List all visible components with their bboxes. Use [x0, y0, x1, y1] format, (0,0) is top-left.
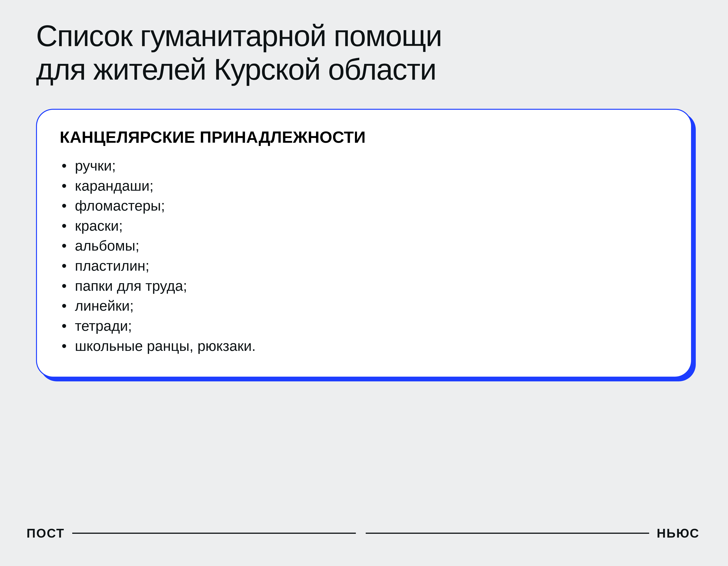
card-wrapper: КАНЦЕЛЯРСКИЕ ПРИНАДЛЕЖНОСТИ ручки; каран…	[36, 109, 692, 378]
footer-brand-left: ПОСТ	[27, 526, 65, 540]
list-item: карандаши;	[75, 176, 668, 196]
list-item: школьные ранцы, рюкзаки.	[75, 336, 668, 356]
list-item: линейки;	[75, 296, 668, 316]
list-item: альбомы;	[75, 236, 668, 256]
list-item: фломастеры;	[75, 196, 668, 216]
page-title: Список гуманитарной помощи для жителей К…	[36, 19, 692, 86]
list-item: тетради;	[75, 316, 668, 336]
list-item: папки для труда;	[75, 276, 668, 296]
footer-divider-line	[72, 532, 649, 535]
items-list: ручки; карандаши; фломастеры; краски; ал…	[60, 156, 668, 356]
page-footer: ПОСТ НЬЮС	[27, 526, 700, 540]
title-line-2: для жителей Курской области	[36, 53, 436, 86]
footer-brand-right: НЬЮС	[657, 526, 700, 540]
list-item: ручки;	[75, 156, 668, 176]
card-title: КАНЦЕЛЯРСКИЕ ПРИНАДЛЕЖНОСТИ	[60, 128, 668, 147]
list-item: пластилин;	[75, 256, 668, 276]
list-item: краски;	[75, 216, 668, 236]
title-line-1: Список гуманитарной помощи	[36, 19, 442, 52]
info-card: КАНЦЕЛЯРСКИЕ ПРИНАДЛЕЖНОСТИ ручки; каран…	[36, 109, 692, 378]
page-header: Список гуманитарной помощи для жителей К…	[0, 0, 728, 86]
